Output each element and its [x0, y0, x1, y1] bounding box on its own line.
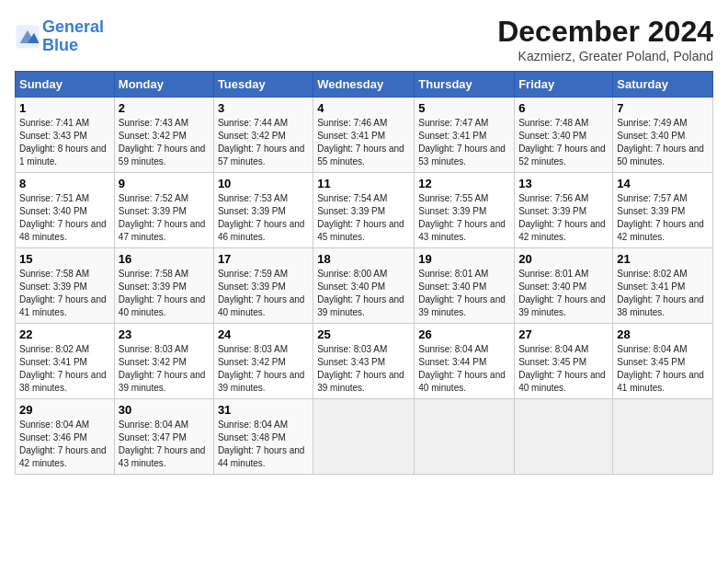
day-number: 23 — [119, 327, 210, 341]
day-number: 10 — [218, 177, 309, 190]
day-info: Sunrise: 7:46 AMSunset: 3:41 PMDaylight:… — [317, 117, 410, 168]
calendar-cell — [613, 399, 713, 475]
day-info: Sunrise: 7:56 AMSunset: 3:39 PMDaylight:… — [518, 192, 609, 244]
main-title: December 2024 — [497, 15, 713, 49]
calendar-cell: 5Sunrise: 7:47 AMSunset: 3:41 PMDaylight… — [415, 98, 515, 173]
calendar-cell: 30Sunrise: 8:04 AMSunset: 3:47 PMDayligh… — [114, 399, 213, 475]
day-info: Sunrise: 7:49 AMSunset: 3:40 PMDaylight:… — [617, 117, 709, 168]
day-info: Sunrise: 8:03 AMSunset: 3:42 PMDaylight:… — [119, 343, 210, 395]
day-number: 31 — [218, 403, 309, 417]
day-number: 18 — [317, 252, 410, 266]
calendar-cell: 21Sunrise: 8:02 AMSunset: 3:41 PMDayligh… — [613, 248, 713, 324]
day-info: Sunrise: 8:04 AMSunset: 3:45 PMDaylight:… — [518, 343, 609, 395]
day-number: 17 — [218, 252, 309, 266]
calendar-cell: 7Sunrise: 7:49 AMSunset: 3:40 PMDaylight… — [613, 98, 713, 173]
day-number: 26 — [418, 327, 510, 341]
day-info: Sunrise: 7:51 AMSunset: 3:40 PMDaylight:… — [19, 192, 110, 244]
calendar-cell: 23Sunrise: 8:03 AMSunset: 3:42 PMDayligh… — [114, 324, 213, 399]
calendar-cell: 16Sunrise: 7:58 AMSunset: 3:39 PMDayligh… — [114, 248, 213, 324]
calendar-cell: 20Sunrise: 8:01 AMSunset: 3:40 PMDayligh… — [515, 248, 613, 324]
day-info: Sunrise: 8:04 AMSunset: 3:44 PMDaylight:… — [418, 343, 510, 395]
calendar-cell: 29Sunrise: 8:04 AMSunset: 3:46 PMDayligh… — [16, 399, 115, 475]
calendar-cell: 18Sunrise: 8:00 AMSunset: 3:40 PMDayligh… — [313, 248, 415, 324]
day-info: Sunrise: 7:54 AMSunset: 3:39 PMDaylight:… — [317, 192, 410, 244]
day-number: 24 — [218, 327, 309, 341]
calendar-cell: 6Sunrise: 7:48 AMSunset: 3:40 PMDaylight… — [515, 98, 613, 173]
day-number: 14 — [617, 177, 709, 190]
day-number: 9 — [119, 177, 210, 190]
day-number: 3 — [218, 101, 309, 115]
logo-line2: Blue — [42, 36, 78, 54]
calendar-cell — [515, 399, 613, 475]
logo-line1: General — [42, 17, 104, 36]
day-number: 6 — [518, 101, 609, 115]
calendar-cell: 2Sunrise: 7:43 AMSunset: 3:42 PMDaylight… — [114, 98, 213, 173]
day-info: Sunrise: 8:04 AMSunset: 3:46 PMDaylight:… — [19, 419, 110, 470]
calendar-cell: 3Sunrise: 7:44 AMSunset: 3:42 PMDaylight… — [213, 98, 313, 173]
day-info: Sunrise: 8:02 AMSunset: 3:41 PMDaylight:… — [617, 268, 709, 319]
day-number: 12 — [418, 177, 510, 190]
day-info: Sunrise: 8:01 AMSunset: 3:40 PMDaylight:… — [518, 268, 609, 319]
header-thursday: Thursday — [415, 72, 515, 98]
calendar-cell: 1Sunrise: 7:41 AMSunset: 3:43 PMDaylight… — [16, 98, 115, 173]
calendar-week-row: 22Sunrise: 8:02 AMSunset: 3:41 PMDayligh… — [16, 324, 713, 399]
calendar-cell: 31Sunrise: 8:04 AMSunset: 3:48 PMDayligh… — [213, 399, 313, 475]
day-info: Sunrise: 7:47 AMSunset: 3:41 PMDaylight:… — [418, 117, 510, 168]
calendar-cell: 26Sunrise: 8:04 AMSunset: 3:44 PMDayligh… — [415, 324, 515, 399]
day-number: 5 — [418, 101, 510, 115]
calendar-week-row: 1Sunrise: 7:41 AMSunset: 3:43 PMDaylight… — [16, 98, 713, 173]
day-info: Sunrise: 7:48 AMSunset: 3:40 PMDaylight:… — [518, 117, 609, 168]
calendar-cell: 12Sunrise: 7:55 AMSunset: 3:39 PMDayligh… — [415, 173, 515, 248]
day-info: Sunrise: 8:00 AMSunset: 3:40 PMDaylight:… — [317, 268, 410, 319]
day-number: 21 — [617, 252, 709, 266]
day-info: Sunrise: 8:02 AMSunset: 3:41 PMDaylight:… — [19, 343, 110, 395]
calendar-cell: 9Sunrise: 7:52 AMSunset: 3:39 PMDaylight… — [114, 173, 213, 248]
title-area: December 2024 Kazmierz, Greater Poland, … — [497, 15, 713, 63]
day-number: 29 — [19, 403, 110, 417]
header-monday: Monday — [114, 72, 213, 98]
day-number: 22 — [19, 327, 110, 341]
calendar-cell: 11Sunrise: 7:54 AMSunset: 3:39 PMDayligh… — [313, 173, 415, 248]
calendar-cell: 22Sunrise: 8:02 AMSunset: 3:41 PMDayligh… — [16, 324, 115, 399]
day-info: Sunrise: 7:59 AMSunset: 3:39 PMDaylight:… — [218, 268, 309, 319]
calendar-header-row: SundayMondayTuesdayWednesdayThursdayFrid… — [16, 72, 713, 98]
day-number: 4 — [317, 101, 410, 115]
day-number: 28 — [617, 327, 709, 341]
logo: General Blue — [15, 18, 104, 55]
header-saturday: Saturday — [613, 72, 713, 98]
day-number: 1 — [19, 101, 110, 115]
calendar-cell: 10Sunrise: 7:53 AMSunset: 3:39 PMDayligh… — [213, 173, 313, 248]
header-friday: Friday — [515, 72, 613, 98]
day-number: 25 — [317, 327, 410, 341]
day-info: Sunrise: 8:04 AMSunset: 3:48 PMDaylight:… — [218, 419, 309, 470]
header: General Blue December 2024 Kazmierz, Gre… — [15, 15, 713, 63]
day-info: Sunrise: 7:44 AMSunset: 3:42 PMDaylight:… — [218, 117, 309, 168]
calendar-cell: 4Sunrise: 7:46 AMSunset: 3:41 PMDaylight… — [313, 98, 415, 173]
calendar-cell: 28Sunrise: 8:04 AMSunset: 3:45 PMDayligh… — [613, 324, 713, 399]
day-info: Sunrise: 8:03 AMSunset: 3:42 PMDaylight:… — [218, 343, 309, 395]
day-number: 11 — [317, 177, 410, 190]
calendar-week-row: 15Sunrise: 7:58 AMSunset: 3:39 PMDayligh… — [16, 248, 713, 324]
calendar-week-row: 8Sunrise: 7:51 AMSunset: 3:40 PMDaylight… — [16, 173, 713, 248]
day-number: 27 — [518, 327, 609, 341]
calendar-cell: 25Sunrise: 8:03 AMSunset: 3:43 PMDayligh… — [313, 324, 415, 399]
day-number: 2 — [119, 101, 210, 115]
calendar-week-row: 29Sunrise: 8:04 AMSunset: 3:46 PMDayligh… — [16, 399, 713, 475]
day-info: Sunrise: 7:55 AMSunset: 3:39 PMDaylight:… — [418, 192, 510, 244]
day-info: Sunrise: 7:53 AMSunset: 3:39 PMDaylight:… — [218, 192, 309, 244]
calendar-cell — [415, 399, 515, 475]
calendar-cell — [313, 399, 415, 475]
subtitle: Kazmierz, Greater Poland, Poland — [497, 49, 713, 63]
calendar-table: SundayMondayTuesdayWednesdayThursdayFrid… — [15, 71, 713, 475]
day-info: Sunrise: 8:04 AMSunset: 3:47 PMDaylight:… — [119, 419, 210, 470]
header-sunday: Sunday — [16, 72, 115, 98]
day-info: Sunrise: 7:57 AMSunset: 3:39 PMDaylight:… — [617, 192, 709, 244]
header-wednesday: Wednesday — [313, 72, 415, 98]
day-info: Sunrise: 7:52 AMSunset: 3:39 PMDaylight:… — [119, 192, 210, 244]
calendar-cell: 19Sunrise: 8:01 AMSunset: 3:40 PMDayligh… — [415, 248, 515, 324]
header-tuesday: Tuesday — [213, 72, 313, 98]
day-info: Sunrise: 7:58 AMSunset: 3:39 PMDaylight:… — [119, 268, 210, 319]
day-number: 7 — [617, 101, 709, 115]
day-number: 13 — [518, 177, 609, 190]
calendar-cell: 8Sunrise: 7:51 AMSunset: 3:40 PMDaylight… — [16, 173, 115, 248]
